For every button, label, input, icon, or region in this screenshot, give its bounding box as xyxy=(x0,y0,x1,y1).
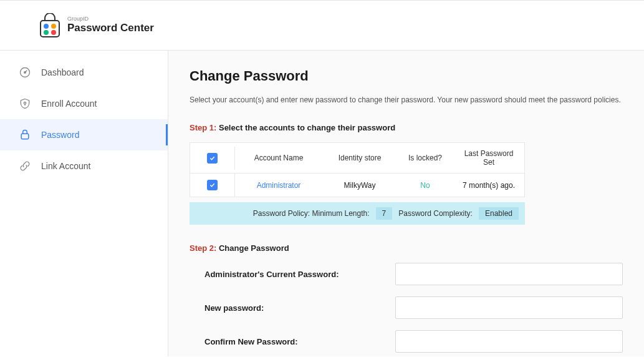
step1-label: Step 1: xyxy=(190,123,216,132)
svg-point-1 xyxy=(44,24,49,29)
page-title: Change Password xyxy=(190,68,623,84)
step1-header: Step 1: Select the accounts to change th… xyxy=(190,123,623,132)
svg-point-7 xyxy=(24,102,26,104)
confirm-password-input[interactable] xyxy=(395,330,623,353)
col-lastset: Last Password Set xyxy=(453,143,524,173)
confirm-password-row: Confirm New Password: xyxy=(190,330,623,353)
page-hint: Select your account(s) and enter new pas… xyxy=(190,95,623,104)
step2-label: Step 2: xyxy=(190,243,216,253)
confirm-password-label: Confirm New Password: xyxy=(190,337,395,346)
step2-header: Step 2: Change Password xyxy=(190,243,623,253)
new-password-row: New password: xyxy=(190,296,623,319)
dashboard-icon xyxy=(19,66,31,79)
svg-rect-0 xyxy=(41,21,59,37)
step2-desc: Change Password xyxy=(219,243,289,253)
password-policy-row: Password Policy: Minimum Length: 7 Passw… xyxy=(190,202,525,225)
policy-minlength-value: 7 xyxy=(376,207,393,220)
step1-desc: Select the accounts to change their pass… xyxy=(219,123,395,132)
sidebar-item-enroll[interactable]: Enroll Account xyxy=(0,88,168,119)
identity-store-value: MilkyWay xyxy=(322,175,397,196)
col-account: Account Name xyxy=(235,147,322,169)
brand-logo-icon xyxy=(39,13,61,38)
app-header: GroupID Password Center xyxy=(0,1,644,51)
current-password-label: Administrator's Current Password: xyxy=(190,270,395,279)
lock-icon xyxy=(19,129,31,141)
brand-title: Password Center xyxy=(67,22,154,34)
svg-point-4 xyxy=(51,30,56,35)
new-password-label: New password: xyxy=(190,303,395,313)
current-password-input[interactable] xyxy=(395,263,623,285)
sidebar-item-label: Enroll Account xyxy=(41,99,97,109)
current-password-row: Administrator's Current Password: xyxy=(190,263,623,285)
sidebar-item-password[interactable]: Password xyxy=(0,119,168,150)
sidebar-item-dashboard[interactable]: Dashboard xyxy=(0,57,168,88)
main-content: Change Password Select your account(s) a… xyxy=(168,51,644,356)
svg-point-2 xyxy=(51,24,56,29)
accounts-table: Account Name Identity store Is locked? L… xyxy=(190,142,525,197)
account-name-link[interactable]: Administrator xyxy=(257,181,301,190)
brand-text: GroupID Password Center xyxy=(67,16,154,34)
policy-complexity-label: Password Complexity: xyxy=(398,209,473,218)
svg-point-3 xyxy=(44,30,49,35)
svg-point-6 xyxy=(24,72,26,74)
policy-complexity-value: Enabled xyxy=(479,207,519,220)
sidebar-item-label: Password xyxy=(41,130,79,140)
sidebar-item-label: Link Account xyxy=(41,161,90,171)
col-store: Identity store xyxy=(322,147,397,169)
row-checkbox[interactable] xyxy=(207,180,218,190)
sidebar: Dashboard Enroll Account Password Link A… xyxy=(0,51,168,356)
shield-icon xyxy=(19,97,31,110)
is-locked-value: No xyxy=(420,181,430,190)
new-password-input[interactable] xyxy=(395,296,623,319)
table-row: Administrator MilkyWay No 7 month(s) ago… xyxy=(190,174,524,197)
svg-rect-8 xyxy=(21,134,29,139)
last-password-set-value: 7 month(s) ago. xyxy=(453,175,524,196)
table-header-row: Account Name Identity store Is locked? L… xyxy=(190,143,524,174)
policy-minlength-label: Password Policy: Minimum Length: xyxy=(253,209,370,218)
col-locked: Is locked? xyxy=(397,147,453,169)
sidebar-item-label: Dashboard xyxy=(41,67,84,77)
select-all-cell xyxy=(190,147,235,170)
row-select-cell xyxy=(190,174,235,197)
link-icon xyxy=(19,160,31,172)
select-all-checkbox[interactable] xyxy=(207,153,218,164)
sidebar-item-link[interactable]: Link Account xyxy=(0,150,168,182)
